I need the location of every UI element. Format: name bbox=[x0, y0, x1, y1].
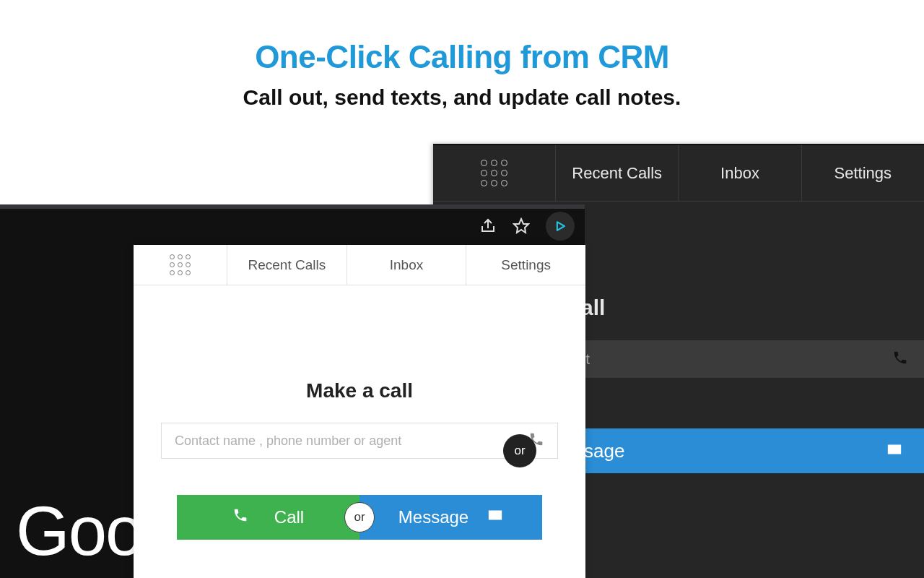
tab-recent-calls[interactable]: Recent Calls bbox=[556, 145, 679, 201]
tab-dialpad[interactable] bbox=[134, 245, 227, 285]
or-divider: or bbox=[503, 434, 536, 467]
page-subheadline: Call out, send texts, and update call no… bbox=[0, 85, 924, 110]
call-button[interactable]: Call bbox=[177, 495, 359, 540]
svg-marker-0 bbox=[514, 219, 528, 233]
call-button-label: Call bbox=[274, 507, 304, 527]
tab-recent-calls[interactable]: Recent Calls bbox=[227, 245, 347, 285]
page-headline: One-Click Calling from CRM bbox=[0, 39, 924, 75]
message-button-label: Message bbox=[398, 507, 468, 527]
tab-bar: Recent Calls Inbox Settings bbox=[433, 145, 924, 202]
or-divider: or bbox=[344, 502, 375, 532]
dialpad-icon bbox=[170, 254, 191, 275]
phone-icon bbox=[232, 507, 248, 527]
partial-logo-text: Goo bbox=[16, 491, 142, 571]
make-a-call-title: Make a call bbox=[134, 379, 585, 402]
message-button[interactable]: Message bbox=[359, 495, 542, 540]
contact-input[interactable]: Contact name , phone number or agent bbox=[161, 423, 558, 459]
star-icon[interactable] bbox=[513, 217, 530, 235]
tab-inbox[interactable]: Inbox bbox=[679, 145, 801, 201]
tab-settings[interactable]: Settings bbox=[802, 145, 924, 201]
call-message-actions: Call or Message bbox=[177, 495, 542, 540]
tab-settings[interactable]: Settings bbox=[466, 245, 585, 285]
contact-input-placeholder: Contact name , phone number or agent bbox=[175, 434, 528, 449]
share-icon[interactable] bbox=[479, 217, 497, 235]
envelope-icon bbox=[886, 440, 902, 462]
extension-play-icon[interactable] bbox=[546, 212, 575, 241]
phone-icon bbox=[892, 350, 908, 369]
dialpad-icon bbox=[481, 160, 507, 186]
tab-inbox[interactable]: Inbox bbox=[347, 245, 467, 285]
dialer-light-theme: Recent Calls Inbox Settings Make a call … bbox=[134, 245, 585, 578]
tab-bar: Recent Calls Inbox Settings bbox=[134, 245, 585, 285]
tab-dialpad[interactable] bbox=[433, 145, 556, 201]
svg-marker-1 bbox=[557, 222, 565, 230]
envelope-icon bbox=[487, 507, 503, 527]
